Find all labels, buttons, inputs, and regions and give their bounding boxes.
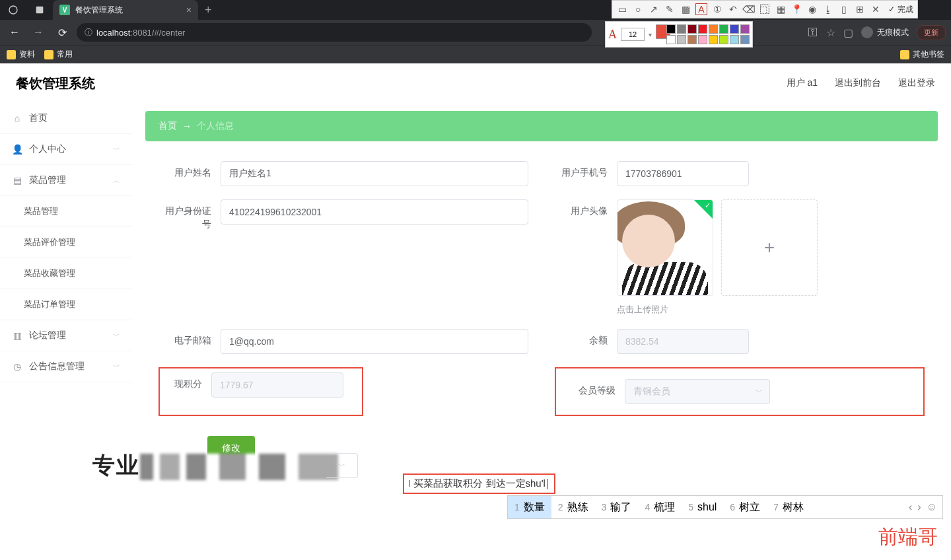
tool-arrow-icon[interactable]: ↗	[648, 3, 660, 15]
tool-circle-icon[interactable]: ○	[632, 3, 644, 15]
toolbar-right: ⚿ ☆ ▢ 无痕模式 更新	[808, 25, 946, 40]
annotation-done-button[interactable]: ✓ 完成	[888, 4, 913, 15]
tool-share-icon[interactable]: ⊞	[854, 3, 866, 15]
star-icon[interactable]: ☆	[826, 26, 835, 39]
sidebar-sub-review[interactable]: 菜品评价管理	[0, 227, 132, 258]
stray-dropdown-chevron[interactable]: ﹀	[326, 453, 358, 478]
tab-inactive-1[interactable]	[0, 0, 26, 20]
avatar-preview[interactable]	[617, 199, 713, 296]
color-swatch[interactable]	[730, 24, 739, 34]
url-bar[interactable]: ⓘ localhost:8081/#/center	[77, 23, 592, 42]
tab-inactive-2[interactable]	[26, 0, 53, 20]
color-swatch[interactable]	[698, 24, 707, 34]
avatar-upload-button[interactable]: +	[721, 199, 818, 296]
sidebar-item-forum[interactable]: ▥论坛管理﹀	[0, 320, 132, 351]
nav-reload-icon[interactable]: ⟳	[53, 23, 71, 42]
color-swatch[interactable]	[719, 24, 728, 34]
color-swatch[interactable]	[740, 24, 750, 34]
ime-next-icon[interactable]: ›	[917, 501, 921, 513]
label-email: 电子邮箱	[158, 329, 211, 347]
header-logout-front[interactable]: 退出到前台	[835, 77, 881, 89]
color-swatch[interactable]	[709, 24, 718, 34]
text-sample-icon: A	[608, 28, 617, 42]
header-logout[interactable]: 退出登录	[898, 77, 935, 89]
tab-close-icon[interactable]: ×	[186, 5, 192, 15]
tool-marker-icon[interactable]: ▩	[680, 3, 691, 15]
color-swatch[interactable]	[666, 24, 676, 34]
input-name[interactable]	[221, 161, 528, 186]
font-size-input[interactable]	[621, 28, 645, 41]
color-swatch[interactable]	[687, 24, 697, 34]
svg-point-0	[9, 6, 17, 14]
color-swatch[interactable]	[719, 35, 728, 44]
color-swatch[interactable]	[740, 35, 750, 44]
input-email[interactable]	[221, 329, 528, 354]
font-size-chevron-icon[interactable]: ▾	[649, 31, 652, 38]
sidebar-item-dish-mgmt[interactable]: ▤菜品管理︿	[0, 165, 132, 196]
nav-back-icon[interactable]: ←	[5, 23, 24, 42]
color-swatch[interactable]	[666, 35, 676, 44]
pixelated-watermark: 专业	[92, 450, 338, 481]
reader-icon[interactable]: ▢	[843, 26, 853, 39]
row-id: 用户身份证号	[158, 199, 528, 316]
ime-candidate-2[interactable]: 2熟练	[551, 496, 595, 518]
nav-forward-icon[interactable]: →	[29, 23, 48, 42]
input-phone[interactable]	[617, 161, 749, 186]
color-swatch[interactable]	[677, 24, 686, 34]
header-user[interactable]: 用户 a1	[787, 77, 818, 89]
annotation-color-picker: A ▾	[605, 21, 753, 48]
tab-active[interactable]: V 餐饮管理系统 ×	[53, 0, 198, 20]
color-swatch[interactable]	[698, 35, 707, 44]
key-icon[interactable]: ⚿	[808, 26, 818, 38]
new-tab-button[interactable]: +	[198, 3, 219, 17]
tool-mosaic-icon[interactable]: ▦	[775, 3, 787, 15]
tool-record-icon[interactable]: ◉	[806, 3, 818, 15]
tool-phone-icon[interactable]: ▯	[838, 3, 850, 15]
sidebar-sub-dish[interactable]: 菜品管理	[0, 196, 132, 227]
tool-download-icon[interactable]: ⭳	[822, 3, 834, 15]
sidebar-sub-order[interactable]: 菜品订单管理	[0, 289, 132, 320]
bookmark-changyong[interactable]: 常用	[44, 49, 73, 60]
bookmark-other[interactable]: 其他书签	[900, 49, 944, 60]
sidebar-item-home[interactable]: ⌂首页	[0, 103, 132, 134]
forum-icon: ▥	[12, 330, 22, 341]
ime-candidate-6[interactable]: 6树立	[723, 496, 767, 518]
ime-prev-icon[interactable]: ‹	[909, 501, 912, 513]
color-swatch[interactable]	[709, 35, 718, 44]
chevron-down-icon: ﹀	[113, 145, 120, 155]
tool-close-icon[interactable]: ✕	[870, 3, 882, 15]
plus-icon: +	[764, 237, 775, 258]
breadcrumb-home[interactable]: 首页	[158, 120, 177, 132]
tool-text-icon[interactable]: A	[695, 3, 707, 15]
input-id[interactable]	[221, 199, 528, 225]
bookmark-ziliao[interactable]: 资料	[7, 49, 35, 60]
ime-candidate-7[interactable]: 7树林	[767, 496, 810, 518]
select-level[interactable]: 青铜会员﹀	[625, 379, 770, 404]
tool-eraser-icon[interactable]: ⌫	[743, 3, 755, 15]
avatar-image	[617, 200, 713, 295]
ime-candidate-1[interactable]: 1数量	[508, 496, 551, 518]
ime-emoji-icon[interactable]: ☺	[927, 501, 937, 513]
sidebar-item-personal[interactable]: 👤个人中心﹀	[0, 134, 132, 165]
sidebar-item-notice[interactable]: ◷公告信息管理﹀	[0, 351, 132, 382]
annotation-text-input[interactable]: I 买菜品获取积分 到达一定shu'l	[403, 473, 555, 494]
color-swatch[interactable]	[677, 35, 686, 44]
update-button[interactable]: 更新	[917, 25, 946, 40]
site-info-icon[interactable]: ⓘ	[85, 27, 92, 38]
tool-pencil-icon[interactable]: ✎	[664, 3, 676, 15]
tool-rect-icon[interactable]: ▭	[616, 3, 628, 15]
annotation-toolbar: ▭ ○ ↗ ✎ ▩ A ① ↶ ⌫ ⿹ ▦ 📍 ◉ ⭳ ▯ ⊞ ✕ ✓ 完成	[612, 0, 918, 18]
tool-number-icon[interactable]: ①	[711, 3, 723, 15]
row-level-highlighted: 会员等级 青铜会员﹀	[555, 367, 925, 416]
tool-undo-icon[interactable]: ↶	[727, 3, 739, 15]
ime-candidate-5[interactable]: 5shul	[682, 496, 723, 518]
ime-candidate-4[interactable]: 4梳理	[638, 496, 682, 518]
color-swatch[interactable]	[730, 35, 739, 44]
tab-title: 餐饮管理系统	[75, 5, 181, 16]
color-swatch[interactable]	[687, 35, 697, 44]
sidebar-sub-fav[interactable]: 菜品收藏管理	[0, 258, 132, 289]
tool-pin-icon[interactable]: 📍	[791, 3, 802, 15]
ime-candidate-3[interactable]: 3输了	[595, 496, 639, 518]
tool-ocr-icon[interactable]: ⿹	[759, 3, 771, 15]
vue-favicon-icon: V	[59, 5, 70, 15]
